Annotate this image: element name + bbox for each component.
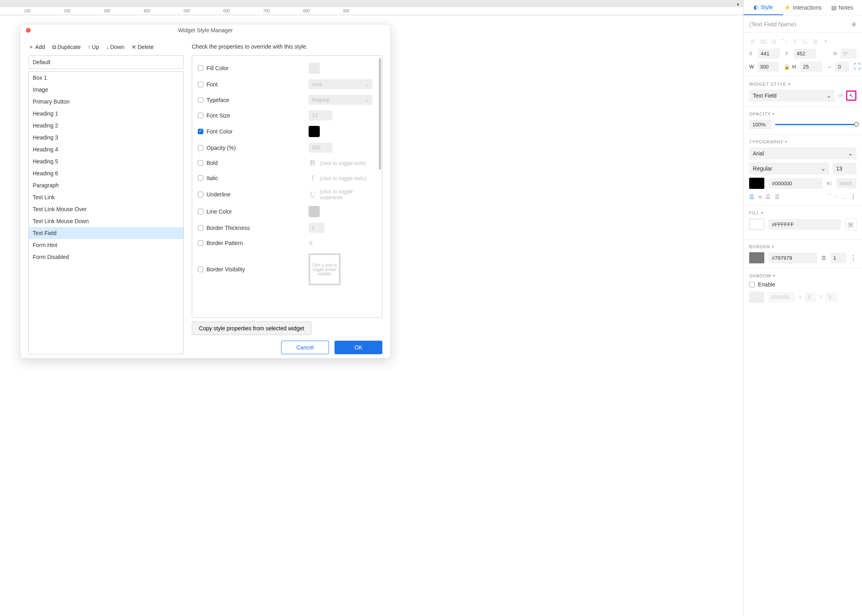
valign-top-icon[interactable]: ⎺ bbox=[828, 194, 831, 200]
visibility-icon[interactable]: ◉ bbox=[851, 20, 856, 27]
italic-toggle[interactable]: I(click to toggle italic) bbox=[309, 174, 376, 182]
fill-swatch[interactable] bbox=[749, 219, 764, 230]
lock-icon[interactable]: 🔒 bbox=[783, 64, 790, 70]
align-center-h-icon[interactable]: ▯|▯ bbox=[760, 37, 768, 45]
typography-title[interactable]: TYPOGRAPHY bbox=[749, 139, 856, 144]
add-button[interactable]: ＋Add bbox=[28, 43, 45, 51]
border-visibility-checkbox[interactable] bbox=[198, 267, 203, 272]
style-item-text-field[interactable]: Text Field bbox=[29, 227, 183, 239]
tab-notes[interactable]: ▤Notes bbox=[823, 0, 862, 15]
font-color-swatch[interactable] bbox=[309, 126, 320, 137]
line-color-checkbox[interactable] bbox=[198, 209, 203, 214]
shadow-x-input[interactable]: 5 bbox=[805, 292, 816, 302]
bold-checkbox[interactable] bbox=[198, 160, 203, 166]
line-height-input[interactable]: (auto) bbox=[836, 178, 856, 188]
style-item-heading3[interactable]: Heading 3 bbox=[29, 131, 183, 143]
font-checkbox[interactable] bbox=[198, 82, 203, 87]
border-thickness-checkbox[interactable] bbox=[198, 225, 203, 231]
distribute-v-icon[interactable]: ≡ bbox=[822, 37, 830, 45]
distribute-h-icon[interactable]: ||| bbox=[811, 37, 819, 45]
text-align-right-icon[interactable]: ☰ bbox=[766, 194, 771, 200]
widget-style-title[interactable]: WIDGET STYLE bbox=[749, 82, 856, 86]
valign-middle-icon[interactable]: ─ bbox=[835, 194, 839, 200]
border-pattern-icon[interactable]: ≡ bbox=[309, 239, 313, 247]
height-input[interactable]: 25 bbox=[800, 62, 822, 72]
text-color-hex[interactable]: #000000 bbox=[768, 178, 823, 189]
shadow-enable-checkbox[interactable] bbox=[749, 282, 755, 287]
style-list[interactable]: Box 1 Image Primary Button Heading 1 Hea… bbox=[28, 71, 184, 354]
align-top-icon[interactable]: ⎺▯ bbox=[780, 37, 788, 45]
underline-checkbox[interactable] bbox=[198, 192, 203, 197]
border-thickness-input[interactable]: 1 bbox=[309, 223, 325, 233]
style-item-heading4[interactable]: Heading 4 bbox=[29, 143, 183, 155]
style-item-text-link-mousedown[interactable]: Text Link Mouse Down bbox=[29, 215, 183, 227]
style-item-image[interactable]: Image bbox=[29, 84, 183, 96]
border-visibility-toggle[interactable]: Click a side to toggle border visibility bbox=[309, 253, 340, 285]
opacity-title[interactable]: OPACITY bbox=[749, 112, 856, 116]
opacity-input[interactable]: 100 bbox=[309, 143, 333, 153]
tab-interactions[interactable]: ⚡Interactions bbox=[783, 0, 823, 15]
fill-hex[interactable]: #FFFFFF bbox=[768, 219, 841, 230]
italic-checkbox[interactable] bbox=[198, 175, 203, 181]
shadow-y-input[interactable]: 5 bbox=[826, 292, 837, 302]
align-right-icon[interactable]: ▯| bbox=[770, 37, 778, 45]
font-size-input-inspector[interactable]: 13 bbox=[832, 163, 856, 175]
update-style-icon[interactable]: ⟳ bbox=[838, 92, 843, 99]
border-hex[interactable]: #797979 bbox=[768, 253, 817, 263]
cancel-button[interactable]: Cancel bbox=[281, 341, 329, 354]
focus-icon[interactable]: ⛶ bbox=[854, 63, 862, 71]
style-item-primary-button[interactable]: Primary Button bbox=[29, 96, 183, 108]
align-middle-icon[interactable]: ▯ bbox=[791, 37, 799, 45]
typeface-checkbox[interactable] bbox=[198, 97, 203, 103]
font-family-select[interactable]: Arial⌄ bbox=[749, 147, 856, 159]
style-item-box1[interactable]: Box 1 bbox=[29, 72, 183, 84]
style-item-heading1[interactable]: Heading 1 bbox=[29, 108, 183, 120]
close-icon[interactable] bbox=[26, 28, 31, 33]
style-item-text-link-mouseover[interactable]: Text Link Mouse Over bbox=[29, 203, 183, 215]
copy-properties-button[interactable]: Copy style properties from selected widg… bbox=[192, 322, 311, 335]
font-weight-select[interactable]: Regular⌄ bbox=[749, 163, 829, 175]
text-align-justify-icon[interactable]: ☰ bbox=[775, 194, 780, 200]
style-item-heading5[interactable]: Heading 5 bbox=[29, 155, 183, 167]
y-input[interactable]: 452 bbox=[794, 49, 816, 59]
shadow-swatch[interactable] bbox=[749, 292, 764, 303]
fill-color-swatch[interactable] bbox=[309, 63, 320, 74]
dialog-titlebar[interactable]: Widget Style Manager bbox=[20, 24, 390, 36]
typeface-select[interactable]: Regular⌄ bbox=[309, 95, 372, 105]
widget-name-input[interactable]: (Text Field Name) bbox=[749, 21, 796, 27]
text-align-left-icon[interactable]: ☰ bbox=[749, 194, 754, 200]
shadow-title[interactable]: SHADOW bbox=[749, 273, 856, 278]
delete-button[interactable]: ✕Delete bbox=[132, 43, 154, 51]
fill-color-checkbox[interactable] bbox=[198, 65, 203, 71]
style-item-text-link[interactable]: Text Link bbox=[29, 191, 183, 203]
opacity-slider[interactable] bbox=[775, 124, 856, 125]
border-more-icon[interactable]: ⋮ bbox=[850, 254, 856, 262]
text-align-center-icon[interactable]: ≡ bbox=[758, 194, 762, 200]
border-title[interactable]: BORDER bbox=[749, 244, 856, 249]
line-color-swatch[interactable] bbox=[309, 206, 320, 217]
style-item-form-hint[interactable]: Form Hint bbox=[29, 239, 183, 251]
border-swatch[interactable] bbox=[749, 252, 764, 263]
opacity-value-input[interactable]: 100% bbox=[749, 120, 771, 129]
underline-toggle[interactable]: U(click to toggle underline) bbox=[309, 188, 376, 200]
style-item-heading2[interactable]: Heading 2 bbox=[29, 120, 183, 131]
slider-thumb-icon[interactable] bbox=[854, 122, 859, 127]
x-input[interactable]: 441 bbox=[758, 49, 780, 59]
typography-more-icon[interactable]: ⋮ bbox=[850, 193, 856, 200]
scrollbar-icon[interactable] bbox=[379, 58, 381, 170]
radius-input[interactable]: 0 bbox=[835, 62, 849, 72]
rotation-input[interactable]: 0° bbox=[840, 49, 856, 59]
duplicate-button[interactable]: ⧉Duplicate bbox=[52, 43, 81, 51]
font-size-checkbox[interactable] bbox=[198, 113, 203, 118]
default-style-box[interactable]: Default bbox=[28, 55, 184, 69]
font-size-input[interactable]: 13 bbox=[309, 110, 333, 120]
border-pattern-checkbox[interactable] bbox=[198, 240, 203, 246]
bold-toggle[interactable]: B(click to toggle bold) bbox=[309, 159, 376, 167]
align-left-icon[interactable]: |▯ bbox=[749, 37, 757, 45]
dropdown-icon[interactable]: ▼ bbox=[736, 2, 740, 7]
text-color-swatch[interactable] bbox=[749, 178, 764, 189]
corner-icon[interactable]: ⌐ bbox=[827, 64, 833, 70]
font-select[interactable]: Arial⌄ bbox=[309, 79, 372, 89]
up-button[interactable]: ↑Up bbox=[88, 43, 99, 51]
ok-button[interactable]: OK bbox=[335, 341, 382, 354]
